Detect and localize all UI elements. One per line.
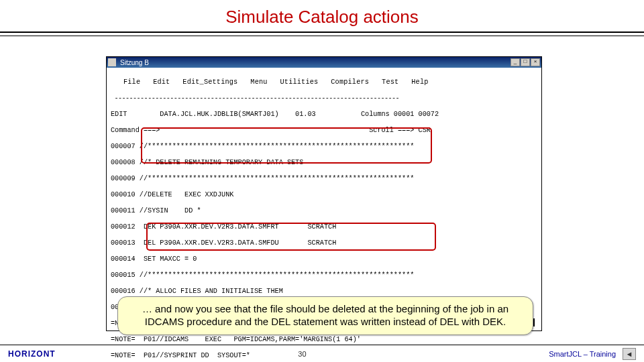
code-line: 000013 DEL P390A.XXR.DEV.V2R3.DATA.SMFDU… — [111, 239, 537, 247]
code-line: 000007 //*******************************… — [111, 143, 537, 151]
close-button[interactable]: × — [531, 58, 540, 66]
code-line: 000011 //SYSIN DD * — [111, 207, 537, 215]
footer-brand: HORIZONT — [8, 349, 56, 359]
code-line: 000008 //* DELETE REMAINING TEMPORARY DA… — [111, 159, 537, 167]
caret-left-icon: ◄ — [626, 350, 633, 358]
prev-slide-button[interactable]: ◄ — [623, 348, 636, 360]
terminal-body[interactable]: File Edit Edit_Settings Menu Utilities C… — [107, 68, 541, 330]
header-rule-bottom — [0, 36, 644, 36]
window-titlebar[interactable]: Sitzung B _ □ × — [107, 57, 541, 68]
code-line: 000010 //DELETE EXEC XXDJUNK — [111, 191, 537, 199]
slide-footer: HORIZONT 30 SmartJCL – Training ◄ — [0, 345, 644, 362]
footer-product: SmartJCL – Training — [549, 350, 616, 358]
code-line: =NOTE= P01//IDCAMS EXEC PGM=IDCAMS,PARM=… — [111, 336, 537, 344]
ispf-separator: ----------------------------------------… — [111, 95, 537, 103]
code-line: 000016 //* ALLOC FILES AND INITIALISE TH… — [111, 288, 537, 296]
terminal-window: Sitzung B _ □ × File Edit Edit_Settings … — [106, 56, 542, 331]
code-line: 000012 DEK P390A.XXR.DEV.V2R3.DATA.SMFRT… — [111, 223, 537, 231]
header-rule-top — [0, 32, 644, 33]
footer-page-number: 30 — [298, 350, 306, 358]
window-title: Sitzung B — [119, 59, 508, 66]
command-line[interactable]: Command ===> Scroll ===> CSR — [111, 127, 537, 135]
code-line: 000014 SET MAXCC = 0 — [111, 255, 537, 263]
annotation-callout: … and now you see that the file should b… — [117, 296, 533, 335]
code-line: 000009 //*******************************… — [111, 175, 537, 183]
slide-title: Simulate Catalog actions — [0, 0, 644, 32]
ispf-menu-row[interactable]: File Edit Edit_Settings Menu Utilities C… — [111, 78, 537, 86]
edit-header: EDIT DATA.JCL.HUK.JDBLIB(SMARTJ01) 01.03… — [111, 111, 537, 119]
maximize-button[interactable]: □ — [521, 58, 530, 66]
minimize-button[interactable]: _ — [511, 58, 520, 66]
app-icon — [108, 58, 116, 66]
window-buttons: _ □ × — [511, 58, 540, 66]
code-line: 000015 //*******************************… — [111, 272, 537, 280]
